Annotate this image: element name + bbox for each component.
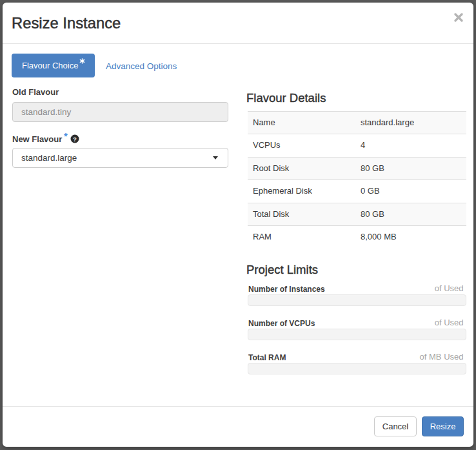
svg-text:?: ? (73, 136, 77, 143)
